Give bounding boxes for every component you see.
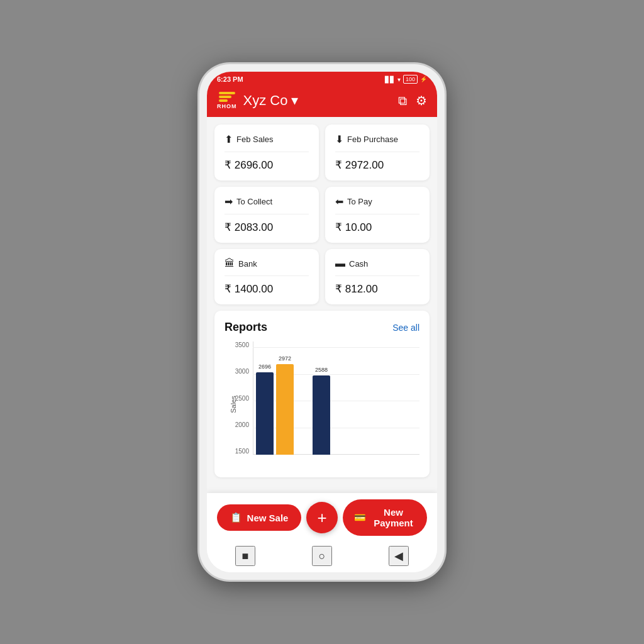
y-axis-line: [253, 341, 253, 455]
bottom-nav: 📋 New Sale + 💳 New Payment: [207, 493, 437, 541]
settings-icon[interactable]: ⚙: [416, 93, 427, 108]
logo-stripes: [219, 92, 235, 102]
signal-icon: ▊▊: [385, 76, 395, 83]
status-right-icons: ▊▊ ▾ 100 ⚡: [385, 75, 427, 84]
copy-icon[interactable]: ⧉: [398, 94, 407, 108]
to-pay-value: ₹ 10.00: [335, 221, 419, 234]
bar-feb-sales-body: [256, 372, 274, 455]
bank-value: ₹ 1400.00: [225, 282, 309, 296]
status-time: 6:23 PM: [217, 75, 243, 83]
android-square-button[interactable]: ■: [235, 546, 255, 566]
bank-title: 🏛 Bank: [225, 258, 309, 269]
new-payment-button[interactable]: 💳 New Payment: [343, 499, 427, 536]
bank-card[interactable]: 🏛 Bank ₹ 1400.00: [214, 249, 319, 304]
feb-sales-value: ₹ 2696.00: [225, 158, 309, 172]
company-name-label: Xyz Co: [243, 92, 288, 109]
android-home-button[interactable]: ○: [312, 546, 332, 566]
cash-title: ▬ Cash: [335, 258, 419, 269]
to-collect-label: To Collect: [236, 197, 272, 206]
card-divider: [225, 214, 309, 214]
logo-text: RHOM: [217, 103, 237, 109]
new-sale-button[interactable]: 📋 New Sale: [217, 504, 301, 531]
y-label-1500: 1500: [235, 448, 249, 455]
y-label-2000: 2000: [235, 421, 249, 428]
cash-icon: ▬: [335, 258, 345, 269]
bank-icon: 🏛: [225, 258, 235, 269]
card-divider: [335, 152, 419, 152]
app-header: RHOM Xyz Co ▾ ⧉ ⚙: [207, 87, 437, 117]
battery-icon: 100: [403, 75, 418, 84]
feb-sales-card[interactable]: ⬆ Feb Sales ₹ 2696.00: [214, 125, 319, 180]
wifi-icon: ▾: [397, 76, 401, 83]
dropdown-arrow-icon: ▾: [291, 92, 298, 109]
feb-purchase-value: ₹ 2972.00: [335, 158, 419, 172]
bar-group-feb: 2696 2972: [256, 364, 294, 455]
new-payment-label: New Payment: [371, 507, 416, 528]
bar-feb-purchase-label: 2972: [279, 355, 291, 362]
to-pay-card[interactable]: ⬅ To Pay ₹ 10.00: [325, 187, 430, 243]
phone-frame: 6:23 PM ▊▊ ▾ 100 ⚡ RHOM Xyz Co ▾: [199, 64, 445, 580]
y-label-3500: 3500: [235, 341, 249, 348]
to-collect-title: ➡ To Collect: [225, 196, 309, 208]
feb-sales-title: ⬆ Feb Sales: [225, 133, 309, 145]
card-divider: [335, 275, 419, 276]
bar-single: 2588: [313, 375, 330, 455]
feb-purchase-card[interactable]: ⬇ Feb Purchase ₹ 2972.00: [325, 125, 430, 180]
to-pay-label: To Pay: [347, 197, 372, 206]
see-all-button[interactable]: See all: [392, 323, 419, 333]
feb-sales-label: Feb Sales: [236, 135, 274, 144]
reports-section: Reports See all Sales: [214, 311, 430, 477]
card-divider: [335, 214, 419, 214]
cash-value: ₹ 812.00: [335, 282, 419, 296]
bar-feb-sales-label: 2696: [258, 364, 271, 370]
reports-header: Reports See all: [225, 321, 419, 334]
bar-single-label: 2588: [315, 367, 328, 373]
new-payment-icon: 💳: [354, 512, 366, 523]
to-pay-title: ⬅ To Pay: [335, 196, 419, 208]
phone-screen: 6:23 PM ▊▊ ▾ 100 ⚡ RHOM Xyz Co ▾: [207, 72, 437, 572]
new-sale-label: New Sale: [247, 513, 289, 523]
header-actions: ⧉ ⚙: [398, 93, 427, 108]
plus-button[interactable]: +: [306, 502, 338, 533]
bar-feb-purchase: 2972: [276, 364, 294, 455]
dashboard-cards: ⬆ Feb Sales ₹ 2696.00 ⬇ Feb Purchase ₹ 2…: [214, 125, 430, 304]
pay-left-icon: ⬅: [335, 196, 343, 208]
bar-chart: Sales 3500 3000 2500 2000: [225, 341, 419, 467]
card-divider: [225, 152, 309, 152]
charging-icon: ⚡: [420, 76, 427, 82]
main-content: ⬆ Feb Sales ₹ 2696.00 ⬇ Feb Purchase ₹ 2…: [207, 117, 437, 493]
logo-stripe-1: [219, 92, 235, 94]
y-label-3000: 3000: [235, 368, 249, 375]
logo-stripe-3: [219, 99, 228, 102]
feb-purchase-title: ⬇ Feb Purchase: [335, 133, 419, 145]
bank-label: Bank: [238, 259, 257, 269]
reports-title: Reports: [225, 321, 267, 334]
bar-feb-sales: 2696: [256, 372, 274, 455]
bar-feb-purchase-body: [276, 364, 294, 455]
company-selector[interactable]: Xyz Co ▾: [243, 92, 392, 109]
plus-icon: +: [317, 508, 326, 528]
android-nav: ■ ○ ◀: [207, 541, 437, 572]
android-back-button[interactable]: ◀: [389, 546, 409, 566]
bar-single-body: [313, 375, 330, 455]
purchase-down-icon: ⬇: [335, 133, 343, 145]
cash-card[interactable]: ▬ Cash ₹ 812.00: [325, 249, 430, 304]
sales-up-icon: ⬆: [225, 133, 233, 145]
bar-group-single: 2588: [313, 375, 330, 455]
to-collect-card[interactable]: ➡ To Collect ₹ 2083.00: [214, 187, 319, 243]
cash-label: Cash: [349, 259, 368, 269]
to-collect-value: ₹ 2083.00: [225, 221, 309, 234]
new-sale-icon: 📋: [230, 512, 242, 523]
bars-area: 2696 2972: [256, 341, 413, 455]
y-label-2500: 2500: [235, 395, 249, 402]
feb-purchase-label: Feb Purchase: [347, 135, 398, 144]
status-bar: 6:23 PM ▊▊ ▾ 100 ⚡: [207, 72, 437, 87]
logo-stripe-2: [219, 96, 231, 98]
logo-area: RHOM: [217, 92, 237, 109]
collect-right-icon: ➡: [225, 196, 233, 208]
card-divider: [225, 275, 309, 276]
y-axis-labels: 3500 3000 2500 2000 1500: [225, 341, 253, 455]
